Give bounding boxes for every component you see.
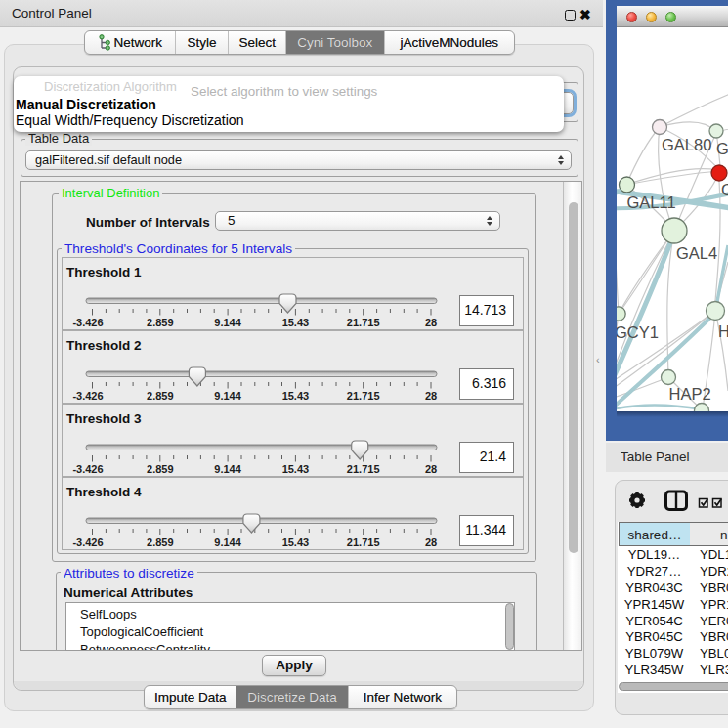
svg-text:HAP2: HAP2 — [669, 385, 711, 403]
svg-text:GAL4: GAL4 — [676, 244, 717, 262]
svg-text:H: H — [718, 322, 728, 340]
svg-text:GA: GA — [716, 140, 728, 157]
svg-text:GAL80: GAL80 — [662, 136, 711, 153]
svg-text:GAL11: GAL11 — [627, 193, 676, 211]
svg-text:GCY1: GCY1 — [617, 323, 659, 341]
svg-text:C: C — [721, 181, 728, 198]
